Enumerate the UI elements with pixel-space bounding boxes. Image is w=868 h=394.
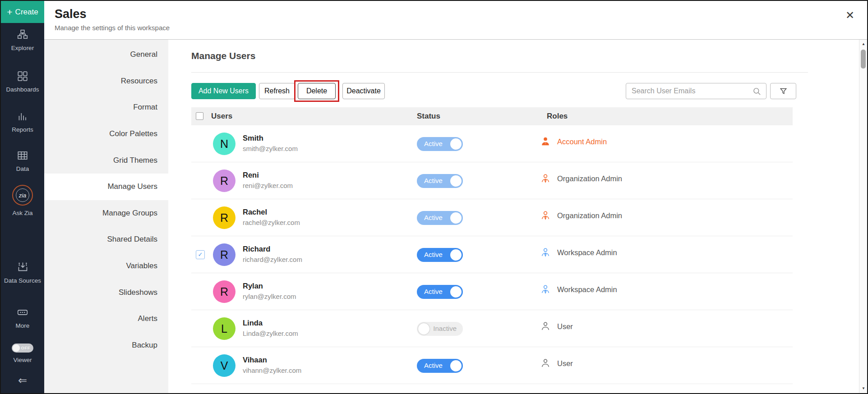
role[interactable]: User — [540, 358, 573, 368]
role[interactable]: Organization Admin — [540, 174, 622, 183]
search-input[interactable] — [632, 83, 749, 99]
person-filled-icon — [540, 137, 550, 147]
user-name: Linda — [243, 319, 263, 327]
role[interactable]: Workspace Admin — [540, 284, 617, 294]
sidebar-item-more[interactable]: More — [1, 307, 44, 330]
sidebar-item-explorer[interactable]: Explorer — [1, 29, 44, 53]
settings-menu-item-label: Shared Details — [107, 235, 157, 244]
settings-menu-item[interactable]: Backup — [44, 332, 168, 359]
role-label: Organization Admin — [557, 211, 622, 220]
explorer-icon — [17, 29, 28, 41]
viewer-toggle-knob — [13, 344, 20, 352]
scroll-thumb[interactable] — [861, 50, 866, 69]
add-new-users-button[interactable]: Add New Users — [191, 83, 256, 99]
sidebar-item-data[interactable]: Data — [1, 150, 44, 174]
plus-icon: + — [7, 7, 12, 17]
refresh-button[interactable]: Refresh — [259, 83, 295, 99]
settings-menu-item[interactable]: Alerts — [44, 306, 168, 332]
settings-menu-item-label: Alerts — [138, 314, 157, 323]
status-toggle[interactable]: Active — [417, 359, 463, 373]
scroll-down-button[interactable]: ▼ — [859, 385, 868, 392]
row-checkbox[interactable]: ✓ — [196, 250, 205, 259]
person-tie-icon — [540, 284, 550, 294]
person-tie-icon — [540, 174, 550, 183]
panel-header: Sales Manage the settings of this worksp… — [44, 1, 867, 40]
user-name: Reni — [243, 171, 259, 179]
scroll-up-button[interactable]: ▲ — [859, 41, 868, 48]
sidebar-item-dashboards[interactable]: Dashboards — [1, 70, 44, 94]
panel-body: General Resources Format Color Palettes … — [44, 40, 867, 393]
role-label: User — [557, 322, 573, 331]
role[interactable]: User — [540, 321, 573, 331]
filter-button[interactable] — [770, 83, 796, 99]
settings-menu-item[interactable]: Color Palettes — [44, 121, 168, 147]
close-button[interactable]: ✕ — [845, 9, 854, 22]
avatar-initial: R — [220, 248, 228, 261]
avatar: R — [213, 280, 235, 303]
settings-menu-item[interactable]: Variables — [44, 253, 168, 279]
delete-button[interactable]: Delete — [298, 83, 336, 99]
avatar: V — [213, 354, 235, 377]
user-email: smith@zylker.com — [243, 145, 298, 152]
viewer-toggle[interactable]: OFF — [12, 344, 33, 353]
content-divider — [191, 72, 808, 73]
settings-menu-item[interactable]: Format — [44, 94, 168, 121]
role[interactable]: Account Admin — [540, 137, 607, 147]
user-name: Vihaan — [243, 356, 267, 364]
data-icon — [17, 150, 28, 161]
status-toggle[interactable]: Active — [417, 211, 463, 225]
page-subtitle: Manage the settings of this workspace — [55, 24, 170, 32]
status-label: Active — [424, 362, 443, 369]
avatar: R — [213, 243, 235, 266]
user-email: rachel@zylker.com — [243, 219, 300, 226]
status-toggle[interactable]: Active — [417, 137, 463, 151]
settings-menu-item[interactable]: Slideshows — [44, 279, 168, 306]
status-toggle[interactable]: Inactive — [417, 322, 463, 336]
sidebar-viewer-toggle[interactable]: OFF Viewer — [1, 344, 44, 365]
table-header: Users Status Roles — [191, 107, 793, 125]
create-button[interactable]: + Create — [1, 1, 44, 23]
avatar-initial: L — [221, 322, 227, 335]
sidebar-item-reports[interactable]: Reports — [1, 110, 44, 134]
roles-column-header: Roles — [547, 112, 568, 121]
user-email: rylan@zylker.com — [243, 293, 296, 300]
sidebar-item-label: Data — [16, 165, 29, 174]
role[interactable]: Organization Admin — [540, 211, 622, 220]
avatar-initial: N — [220, 137, 228, 151]
user-email: reni@zylker.com — [243, 182, 293, 189]
settings-menu-item-label: Backup — [132, 341, 157, 350]
data-sources-icon — [17, 261, 29, 273]
toggle-knob — [450, 249, 462, 261]
status-toggle[interactable]: Active — [417, 285, 463, 299]
role[interactable]: Workspace Admin — [540, 247, 617, 257]
page-title: Sales — [55, 7, 87, 21]
settings-menu-item-label: Slideshows — [119, 288, 157, 297]
deactivate-button[interactable]: Deactivate — [342, 83, 385, 99]
collapse-sidebar-icon[interactable]: ⇐ — [1, 374, 44, 387]
settings-menu: General Resources Format Color Palettes … — [44, 40, 168, 393]
status-toggle[interactable]: Active — [417, 174, 463, 188]
vertical-scrollbar[interactable]: ▲ ▼ — [859, 40, 867, 393]
status-toggle[interactable]: Active — [417, 248, 463, 262]
workspace-settings-window: + Create Explorer Dashboards Reports — [0, 0, 868, 394]
sidebar-item-ask-zia[interactable]: zia Ask Zia — [1, 185, 44, 218]
settings-menu-item[interactable]: Manage Users — [44, 174, 168, 200]
settings-menu-item[interactable]: Resources — [44, 68, 168, 95]
user-row: R Reni reni@zylker.com Active — [191, 162, 793, 199]
avatar-initial: V — [221, 359, 228, 372]
settings-menu-item-label: Grid Themes — [113, 156, 157, 165]
status-label: Active — [424, 214, 443, 221]
settings-menu-item[interactable]: Manage Groups — [44, 200, 168, 227]
sidebar-item-data-sources[interactable]: Data Sources — [1, 261, 44, 285]
settings-menu-item[interactable]: Grid Themes — [44, 147, 168, 174]
settings-menu-item[interactable]: Shared Details — [44, 226, 168, 253]
create-button-label: Create — [15, 8, 38, 17]
settings-menu-item[interactable]: General — [44, 41, 168, 68]
user-row: V Vihaan vihann@zylker.com Active — [191, 347, 793, 384]
settings-menu-item-label: General — [130, 50, 157, 59]
select-all-checkbox[interactable] — [196, 112, 203, 120]
user-row: R Rylan rylan@zylker.com Active — [191, 273, 793, 310]
role-label: Account Admin — [557, 137, 607, 146]
role-label: User — [557, 359, 573, 368]
close-icon: ✕ — [845, 9, 854, 21]
